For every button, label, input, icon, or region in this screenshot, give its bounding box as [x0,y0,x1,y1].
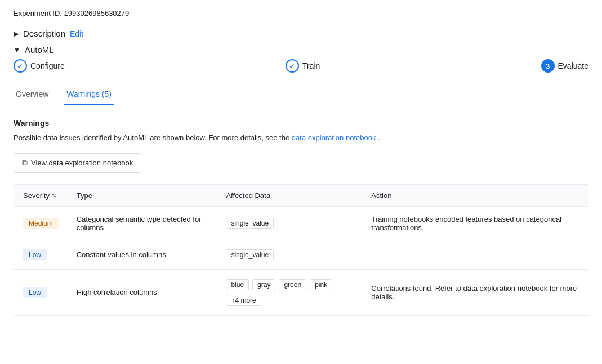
evaluate-label: Evaluate [558,61,588,70]
tab-overview[interactable]: Overview [14,84,51,105]
tag-single-value-2: single_value [226,249,274,260]
cell-type-3: High correlation columns [68,269,217,315]
automl-arrow[interactable]: ▼ [14,46,20,54]
col-affected-data: Affected Data [217,184,362,206]
severity-badge-low-1: Low [23,249,47,260]
train-icon: ✓ [286,59,299,73]
tabs-container: Overview Warnings (5) [14,84,588,105]
view-notebook-button[interactable]: ⧉ View data exploration notebook [14,153,141,173]
table-row: Low High correlation columns blue gray g… [14,269,588,315]
experiment-id: Experiment ID: 1993026985630279 [14,9,588,17]
configure-label: Configure [30,61,65,70]
warnings-description: Possible data issues identified by AutoM… [14,132,588,144]
table-row: Low Constant values in columns single_va… [14,240,588,269]
evaluate-icon: 3 [541,59,555,73]
cell-affected-1: single_value [217,206,362,240]
description-label: Description [23,29,65,38]
data-exploration-link[interactable]: data exploration notebook [292,133,376,142]
severity-badge-medium: Medium [23,218,59,229]
cell-type-2: Constant values in columns [68,240,217,269]
step-evaluate: 3 Evaluate [541,59,588,73]
cell-severity-1: Medium [14,206,68,240]
tags-container-3: blue gray green pink +4 more [226,278,353,307]
col-type: Type [68,184,217,206]
automl-section-header: ▼ AutoML [14,45,588,55]
warnings-title: Warnings [14,119,588,128]
sort-icon: ⇅ [52,192,56,199]
tag-green: green [279,279,306,290]
table-row: Medium Categorical semantic type detecte… [14,206,588,240]
tab-warnings[interactable]: Warnings (5) [64,84,114,105]
cell-affected-3: blue gray green pink +4 more [217,269,362,315]
automl-label: AutoML [25,45,54,55]
tag-blue: blue [226,279,249,290]
cell-action-1: Training notebooks encoded features base… [362,206,588,240]
description-section-header: ▶ Description Edit [14,29,588,38]
step-line-1 [72,66,279,66]
cell-affected-2: single_value [217,240,362,269]
train-label: Train [302,61,320,70]
step-train: ✓ Train [286,59,320,73]
tag-single-value: single_value [226,218,274,229]
external-link-icon: ⧉ [22,158,28,168]
warnings-table: Severity ⇅ Type Affected Data Action Med… [14,184,588,316]
severity-badge-low-2: Low [23,287,47,298]
step-configure: ✓ Configure [14,59,65,73]
description-arrow[interactable]: ▶ [14,30,19,38]
cell-action-2 [362,240,588,269]
cell-severity-2: Low [14,240,68,269]
tag-more: +4 more [226,295,261,306]
step-line-2 [327,66,534,66]
cell-type-1: Categorical semantic type detected for c… [68,206,217,240]
table-header-row: Severity ⇅ Type Affected Data Action [14,184,588,206]
col-severity[interactable]: Severity ⇅ [14,184,68,206]
stepper: ✓ Configure ✓ Train 3 Evaluate [14,59,588,73]
description-edit-link[interactable]: Edit [70,29,83,38]
configure-icon: ✓ [14,59,27,73]
warnings-section: Warnings Possible data issues identified… [14,119,588,316]
cell-severity-3: Low [14,269,68,315]
cell-action-3: Correlations found. Refer to data explor… [362,269,588,315]
tag-pink: pink [310,279,332,290]
tag-gray: gray [252,279,275,290]
col-action: Action [362,184,588,206]
